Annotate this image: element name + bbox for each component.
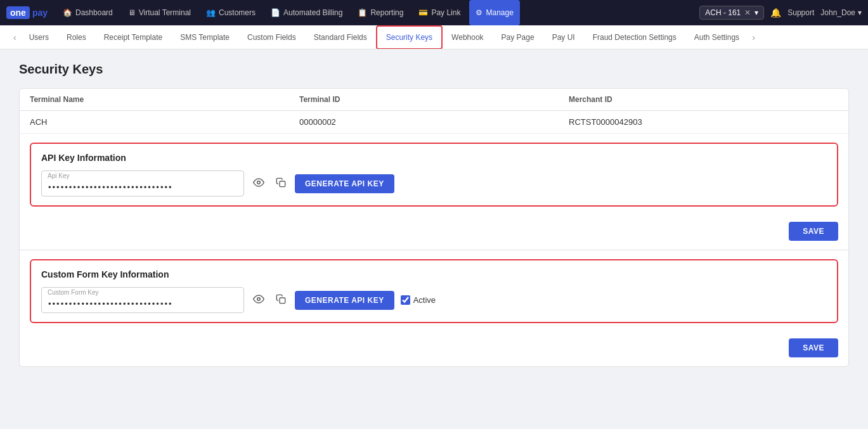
nav-pay-link[interactable]: 💳 Pay Link — [412, 0, 467, 25]
svg-rect-3 — [280, 298, 285, 304]
nav-dashboard[interactable]: 🏠 Dashboard — [56, 0, 119, 25]
customers-icon: 👥 — [206, 8, 216, 17]
sub-nav-roles[interactable]: Roles — [58, 25, 95, 49]
svg-point-2 — [257, 297, 261, 300]
nav-automated-billing[interactable]: 📄 Automated Billing — [264, 0, 349, 25]
generate-api-key-button[interactable]: GENERATE API KEY — [295, 174, 394, 193]
nav-customers-label: Customers — [219, 8, 256, 17]
reporting-icon: 📋 — [358, 8, 367, 17]
nav-dashboard-label: Dashboard — [75, 8, 113, 17]
ach-selector[interactable]: ACH - 161 ✕ ▾ — [699, 6, 764, 20]
ach-close-icon[interactable]: ✕ — [744, 8, 751, 17]
custom-form-key-copy-icon[interactable] — [273, 291, 288, 309]
nav-virtual-terminal[interactable]: 🖥 Virtual Terminal — [122, 0, 197, 25]
sub-nav-pay-ui[interactable]: Pay UI — [543, 25, 584, 49]
user-dropdown-icon: ▾ — [858, 8, 862, 17]
api-key-input[interactable] — [41, 170, 244, 196]
api-key-box: API Key Information Api Key — [30, 143, 838, 207]
svg-point-0 — [257, 181, 261, 184]
logo-icon: one — [6, 6, 30, 19]
paylink-icon: 💳 — [418, 8, 428, 17]
home-icon: 🏠 — [63, 8, 72, 17]
custom-form-key-title: Custom Form Key Information — [41, 269, 827, 279]
header-terminal-name: Terminal Name — [30, 95, 299, 104]
nav-reporting[interactable]: 📋 Reporting — [351, 0, 410, 25]
card-divider — [20, 250, 848, 250]
nav-reporting-label: Reporting — [370, 8, 403, 17]
custom-form-key-save-button[interactable]: SAVE — [789, 338, 838, 357]
api-key-field-wrap: Api Key — [41, 170, 244, 196]
user-name: John_Doe — [820, 8, 855, 17]
header-merchant-id: Merchant ID — [569, 95, 838, 104]
sub-nav-auth-settings[interactable]: Auth Settings — [685, 25, 748, 49]
cell-terminal-name: ACH — [30, 117, 299, 127]
terminal-icon: 🖥 — [128, 8, 136, 17]
cell-merchant-id: RCTST0000042903 — [569, 117, 838, 127]
manage-icon: ⚙ — [476, 8, 483, 17]
logo-text: pay — [32, 8, 48, 18]
api-key-field-label: Api Key — [48, 172, 69, 179]
nav-customers[interactable]: 👥 Customers — [200, 0, 262, 25]
ach-selector-text: ACH - 161 — [705, 8, 741, 17]
api-key-row: Api Key GENERATE A — [41, 170, 827, 196]
sub-nav-users[interactable]: Users — [20, 25, 58, 49]
nav-virtual-terminal-label: Virtual Terminal — [139, 8, 191, 17]
bell-icon[interactable]: 🔔 — [770, 8, 781, 18]
support-label[interactable]: Support — [787, 8, 814, 17]
sub-nav-webhook[interactable]: Webhook — [443, 25, 492, 49]
api-key-show-icon[interactable] — [250, 174, 267, 193]
api-key-save-row: SAVE — [20, 215, 848, 250]
sub-nav-receipt-template[interactable]: Receipt Template — [95, 25, 172, 49]
api-key-copy-icon[interactable] — [273, 175, 288, 193]
header-terminal-id: Terminal ID — [299, 95, 569, 104]
sub-nav-left-arrow[interactable]: ‹ — [10, 32, 20, 42]
custom-form-key-save-row: SAVE — [20, 332, 848, 366]
custom-form-key-row: Custom Form Key GENERATE API KEY — [41, 287, 827, 313]
top-nav: one pay 🏠 Dashboard 🖥 Virtual Terminal 👥… — [0, 0, 868, 25]
custom-form-key-box: Custom Form Key Information Custom Form … — [30, 259, 838, 323]
custom-form-generate-api-key-button[interactable]: GENERATE API KEY — [295, 291, 394, 310]
active-checkbox-wrap: Active — [401, 295, 436, 305]
custom-form-key-show-icon[interactable] — [250, 291, 267, 310]
nav-right: ACH - 161 ✕ ▾ 🔔 Support John_Doe ▾ — [699, 6, 862, 20]
sub-nav: ‹ Users Roles Receipt Template SMS Templ… — [0, 25, 868, 49]
custom-form-key-field-label: Custom Form Key — [48, 289, 99, 296]
active-checkbox[interactable] — [401, 295, 410, 305]
nav-automated-billing-label: Automated Billing — [283, 8, 342, 17]
svg-rect-1 — [280, 181, 285, 187]
cell-terminal-id: 00000002 — [299, 117, 569, 127]
sub-nav-right-arrow[interactable]: › — [748, 32, 759, 42]
sub-nav-custom-fields[interactable]: Custom Fields — [238, 25, 305, 49]
api-key-save-button[interactable]: SAVE — [789, 222, 838, 241]
sub-nav-security-keys[interactable]: Security Keys — [376, 25, 443, 49]
user-menu[interactable]: John_Doe ▾ — [820, 8, 862, 17]
api-key-title: API Key Information — [41, 153, 827, 163]
sub-nav-sms-template[interactable]: SMS Template — [171, 25, 238, 49]
sub-nav-pay-page[interactable]: Pay Page — [493, 25, 543, 49]
nav-pay-link-label: Pay Link — [431, 8, 460, 17]
logo: one pay — [6, 6, 48, 19]
sub-nav-fraud-detection[interactable]: Fraud Detection Settings — [584, 25, 685, 49]
terminal-table-card: Terminal Name Terminal ID Merchant ID AC… — [19, 88, 849, 367]
nav-manage-label: Manage — [486, 8, 513, 17]
sub-nav-standard-fields[interactable]: Standard Fields — [305, 25, 376, 49]
table-row: ACH 00000002 RCTST0000042903 — [20, 111, 848, 134]
nav-manage[interactable]: ⚙ Manage — [469, 0, 519, 25]
table-header: Terminal Name Terminal ID Merchant ID — [20, 89, 848, 111]
billing-icon: 📄 — [271, 8, 280, 17]
ach-dropdown-icon[interactable]: ▾ — [755, 8, 758, 17]
active-label: Active — [413, 295, 436, 305]
page-title: Security Keys — [19, 62, 849, 77]
custom-form-key-field-wrap: Custom Form Key — [41, 287, 244, 313]
main-content: Security Keys Terminal Name Terminal ID … — [0, 49, 868, 429]
